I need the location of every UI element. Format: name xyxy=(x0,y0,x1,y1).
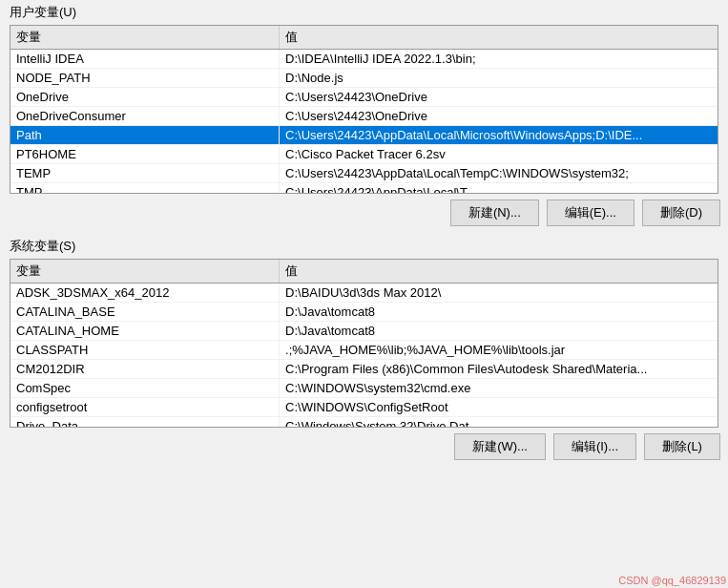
system-var-name: CLASSPATH xyxy=(10,341,280,360)
system-delete-button[interactable]: 删除(L) xyxy=(644,433,720,460)
system-table-row[interactable]: ADSK_3DSMAX_x64_2012D:\BAIDU\3d\3ds Max … xyxy=(10,284,718,303)
user-var-name: TEMP xyxy=(10,164,280,183)
system-var-value: C:\WINDOWS\ConfigSetRoot xyxy=(280,398,718,417)
system-var-name: ComSpec xyxy=(10,379,280,398)
system-var-value: D:\Java\tomcat8 xyxy=(280,303,718,322)
user-var-value: C:\Users\24423\AppData\Local\TempC:\WIND… xyxy=(280,164,718,183)
user-table-row[interactable]: NODE_PATHD:\Node.js xyxy=(10,69,718,88)
system-var-value: C:\WINDOWS\system32\cmd.exe xyxy=(280,379,718,398)
watermark-text: CSDN @qq_46829139 xyxy=(618,575,726,586)
user-var-name: OneDriveConsumer xyxy=(10,107,280,126)
user-table-row[interactable]: OneDriveConsumerC:\Users\24423\OneDrive xyxy=(10,107,718,126)
user-var-value: C:\Users\24423\AppData\Local\Microsoft\W… xyxy=(280,126,718,145)
user-table-row[interactable]: PathC:\Users\24423\AppData\Local\Microso… xyxy=(10,126,718,145)
user-title-text: 用户变量(U) xyxy=(10,5,76,19)
system-var-name: ADSK_3DSMAX_x64_2012 xyxy=(10,284,280,303)
user-table-row[interactable]: TEMPC:\Users\24423\AppData\Local\TempC:\… xyxy=(10,164,718,183)
user-var-value: D:\Node.js xyxy=(280,69,718,88)
system-table-scroll[interactable]: 变量 值 ADSK_3DSMAX_x64_2012D:\BAIDU\3d\3ds… xyxy=(10,260,718,427)
user-var-name: NODE_PATH xyxy=(10,69,280,88)
system-var-name: CM2012DIR xyxy=(10,360,280,379)
user-var-value: C:\Cisco Packet Tracer 6.2sv xyxy=(280,145,718,164)
system-var-value: C:\Program Files (x86)\Common Files\Auto… xyxy=(280,360,718,379)
system-table-row[interactable]: CATALINA_HOMED:\Java\tomcat8 xyxy=(10,322,718,341)
user-table-row[interactable]: PT6HOMEC:\Cisco Packet Tracer 6.2sv xyxy=(10,145,718,164)
system-var-value: D:\BAIDU\3d\3ds Max 2012\ xyxy=(280,284,718,303)
system-table-container: 变量 值 ADSK_3DSMAX_x64_2012D:\BAIDU\3d\3ds… xyxy=(10,259,718,428)
user-var-name: IntelliJ IDEA xyxy=(10,50,280,69)
system-button-row: 新建(W)... 编辑(I)... 删除(L) xyxy=(0,428,728,466)
user-button-row: 新建(N)... 编辑(E)... 删除(D) xyxy=(0,194,728,232)
system-table-row[interactable]: Drive_DataC:\Windows\System 32\Drive Dat… xyxy=(10,417,718,428)
user-section-label: 用户变量(U) xyxy=(0,0,728,23)
system-table-row[interactable]: CATALINA_BASED:\Java\tomcat8 xyxy=(10,303,718,322)
user-new-button[interactable]: 新建(N)... xyxy=(450,200,539,226)
user-var-value: C:\Users\24423\AppData\Local\T... xyxy=(280,183,718,194)
system-edit-button[interactable]: 编辑(I)... xyxy=(553,433,636,460)
user-table-container: 变量 值 IntelliJ IDEAD:\IDEA\IntelliJ IDEA … xyxy=(10,25,718,194)
user-table-row[interactable]: TMPC:\Users\24423\AppData\Local\T... xyxy=(10,183,718,194)
system-var-name: CATALINA_BASE xyxy=(10,303,280,322)
system-table-row[interactable]: CLASSPATH.;%JAVA_HOME%\lib;%JAVA_HOME%\l… xyxy=(10,341,718,360)
user-table-scroll[interactable]: 变量 值 IntelliJ IDEAD:\IDEA\IntelliJ IDEA … xyxy=(10,26,718,193)
system-col-value: 值 xyxy=(280,260,718,284)
user-var-name: Path xyxy=(10,126,280,145)
user-edit-button[interactable]: 编辑(E)... xyxy=(547,200,634,226)
user-env-table: 变量 值 IntelliJ IDEAD:\IDEA\IntelliJ IDEA … xyxy=(10,26,718,193)
system-var-value: C:\Windows\System 32\Drive Dat... xyxy=(280,417,718,428)
system-table-row[interactable]: configsetrootC:\WINDOWS\ConfigSetRoot xyxy=(10,398,718,417)
system-var-name: Drive_Data xyxy=(10,417,280,428)
system-table-row[interactable]: CM2012DIRC:\Program Files (x86)\Common F… xyxy=(10,360,718,379)
system-title-text: 系统变量(S) xyxy=(10,239,75,253)
system-new-button[interactable]: 新建(W)... xyxy=(454,433,546,460)
user-var-value: D:\IDEA\IntelliJ IDEA 2022.1.3\bin; xyxy=(280,50,718,69)
system-col-variable: 变量 xyxy=(10,260,280,284)
user-var-name: PT6HOME xyxy=(10,145,280,164)
system-var-name: configsetroot xyxy=(10,398,280,417)
user-var-name: TMP xyxy=(10,183,280,194)
user-table-row[interactable]: OneDriveC:\Users\24423\OneDrive xyxy=(10,88,718,107)
system-table-row[interactable]: ComSpecC:\WINDOWS\system32\cmd.exe xyxy=(10,379,718,398)
system-var-value: .;%JAVA_HOME%\lib;%JAVA_HOME%\lib\tools.… xyxy=(280,341,718,360)
user-var-value: C:\Users\24423\OneDrive xyxy=(280,107,718,126)
user-col-value: 值 xyxy=(280,26,718,50)
user-var-value: C:\Users\24423\OneDrive xyxy=(280,88,718,107)
system-var-name: CATALINA_HOME xyxy=(10,322,280,341)
user-var-name: OneDrive xyxy=(10,88,280,107)
system-var-value: D:\Java\tomcat8 xyxy=(280,322,718,341)
user-col-variable: 变量 xyxy=(10,26,280,50)
user-table-row[interactable]: IntelliJ IDEAD:\IDEA\IntelliJ IDEA 2022.… xyxy=(10,50,718,69)
system-env-table: 变量 值 ADSK_3DSMAX_x64_2012D:\BAIDU\3d\3ds… xyxy=(10,260,718,427)
user-delete-button[interactable]: 删除(D) xyxy=(642,200,720,226)
system-section-label: 系统变量(S) xyxy=(0,232,728,257)
